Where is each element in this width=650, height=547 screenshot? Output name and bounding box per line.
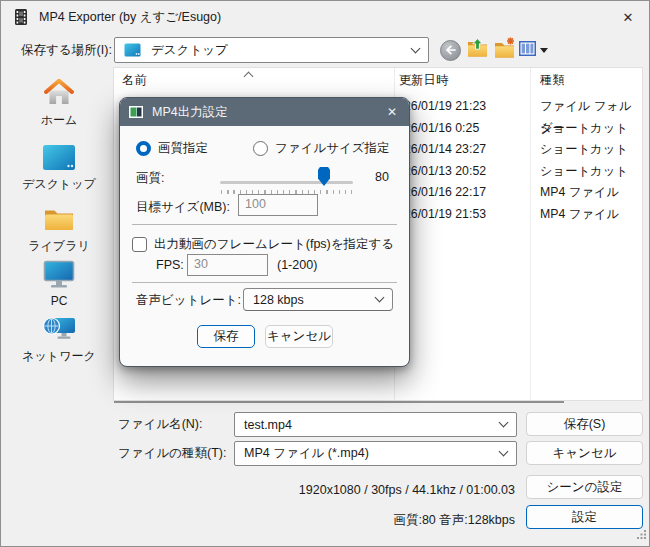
window-titlebar: MP4 Exporter (by えすご/Esugo): [1, 1, 649, 33]
file-type: MP4 ファイル: [540, 182, 619, 204]
audio-bitrate-value: 128 kbps: [253, 293, 304, 307]
mp4-exporter-window: MP4 Exporter (by えすご/Esugo) ✕ 保存する場所(I):…: [0, 0, 650, 547]
sidebar-item-pc[interactable]: PC: [9, 257, 109, 313]
separator: [132, 282, 397, 283]
filename-label: ファイル名(N):: [118, 412, 203, 437]
column-header-name[interactable]: 名前: [122, 68, 147, 92]
sidebar-item-label: ホーム: [41, 112, 78, 129]
library-icon: [43, 201, 75, 233]
back-button[interactable]: [438, 38, 462, 62]
filmstrip-icon: [12, 8, 30, 26]
sort-ascending-icon: [244, 72, 254, 82]
file-type: ショートカット: [540, 118, 628, 140]
quality-value: 80: [375, 170, 389, 184]
file-modified: 26/01/13 20:52: [404, 161, 486, 183]
sidebar-item-desktop[interactable]: デスクトップ: [9, 139, 109, 195]
save-button[interactable]: 保存(S): [526, 412, 643, 436]
view-menu-icon: [519, 41, 536, 60]
pc-icon: [43, 257, 75, 289]
filesize-radio[interactable]: ファイルサイズ指定: [253, 140, 390, 157]
sidebar-item-label: デスクトップ: [22, 176, 96, 193]
audio-bitrate-combobox[interactable]: 128 kbps: [243, 288, 393, 311]
dialog-app-icon: [129, 106, 143, 118]
scene-settings-button[interactable]: シーンの設定: [526, 475, 643, 499]
filetype-value: MP4 ファイル (*.mp4): [244, 445, 369, 462]
save-location-label: 保存する場所(I):: [21, 37, 112, 63]
separator: [132, 224, 397, 225]
target-size-input: 100: [238, 194, 318, 216]
file-modified: 26/01/19 21:53: [404, 204, 486, 226]
sidebar-item-network[interactable]: ネットワーク: [9, 311, 109, 367]
home-icon: [43, 75, 75, 107]
media-info-text: 1920x1080 / 30fps / 44.1khz / 01:00.03: [299, 482, 515, 498]
file-type: ショートカット: [540, 161, 628, 183]
mp4-output-settings-dialog: MP4出力設定 ✕ 画質指定 ファイルサイズ指定 画質: 80 目標サイズ(MB…: [119, 97, 410, 367]
file-type: ショートカット: [540, 139, 628, 161]
up-one-level-icon: [466, 37, 489, 63]
file-modified: 26/01/16 0:25: [404, 118, 479, 140]
audio-bitrate-label: 音声ビットレート:: [136, 292, 241, 309]
file-type: MP4 ファイル: [540, 204, 619, 226]
view-menu-button[interactable]: [517, 38, 549, 62]
checkbox-unchecked-icon: [132, 237, 147, 252]
window-close-button[interactable]: ✕: [607, 1, 649, 33]
dialog-save-button[interactable]: 保存: [197, 325, 255, 348]
splitter-line: [114, 401, 564, 403]
filetype-label: ファイルの種類(T):: [118, 441, 226, 466]
sidebar-item-label: PC: [51, 294, 68, 308]
file-modified: 26/01/14 23:27: [404, 139, 486, 161]
desktop-mini-icon: [124, 43, 141, 57]
dialog-close-button[interactable]: ✕: [375, 98, 409, 126]
chevron-down-icon: [499, 418, 509, 428]
new-folder-button[interactable]: [492, 38, 516, 62]
fps-input: 30: [187, 254, 268, 276]
column-header-modified[interactable]: 更新日時: [399, 68, 448, 92]
chevron-down-icon: [411, 43, 421, 53]
caret-down-icon: [540, 48, 548, 53]
filename-combobox[interactable]: test.mp4: [234, 412, 517, 437]
close-icon: ✕: [387, 105, 397, 119]
sidebar-item-label: ライブラリ: [28, 238, 89, 255]
column-header-type[interactable]: 種類: [540, 68, 565, 92]
chevron-down-icon: [375, 293, 385, 303]
cancel-button[interactable]: キャンセル: [526, 441, 643, 465]
file-modified: 26/01/16 22:17: [404, 182, 486, 204]
dialog-titlebar: MP4出力設定 ✕: [120, 98, 409, 126]
sidebar-item-label: ネットワーク: [22, 348, 95, 365]
save-location-combobox[interactable]: デスクトップ: [114, 37, 429, 63]
network-icon: [42, 311, 76, 343]
fps-range-hint: (1-200): [277, 258, 317, 272]
sidebar-item-library[interactable]: ライブラリ: [9, 201, 109, 257]
quality-slider[interactable]: [220, 181, 353, 184]
radio-unselected-icon: [253, 141, 268, 156]
resize-grip[interactable]: [637, 525, 646, 543]
fps-label: FPS:: [156, 258, 184, 272]
dialog-title: MP4出力設定: [152, 104, 228, 121]
fps-checkbox[interactable]: 出力動画のフレームレート(fps)を指定する: [132, 236, 394, 253]
dialog-cancel-button[interactable]: キャンセル: [265, 325, 333, 348]
filetype-combobox[interactable]: MP4 ファイル (*.mp4): [234, 441, 517, 466]
slider-ticks: [221, 190, 354, 194]
up-one-level-button[interactable]: [465, 38, 489, 62]
settings-button[interactable]: 設定: [526, 505, 643, 529]
encode-info-text: 画質:80 音声:128kbps: [393, 512, 515, 528]
target-size-label: 目標サイズ(MB):: [136, 199, 230, 216]
chevron-down-icon: [499, 447, 509, 457]
radio-selected-icon: [136, 141, 151, 156]
quality-label: 画質:: [136, 170, 164, 187]
window-title: MP4 Exporter (by えすご/Esugo): [39, 9, 221, 26]
file-modified: 26/01/19 21:23: [404, 96, 486, 118]
dialog-body: 画質指定 ファイルサイズ指定 画質: 80 目標サイズ(MB): 100 出力動…: [120, 126, 409, 368]
close-icon: ✕: [623, 10, 634, 25]
back-icon: [440, 40, 461, 61]
sidebar-item-home[interactable]: ホーム: [9, 75, 109, 131]
new-folder-icon: [493, 37, 516, 63]
quality-radio[interactable]: 画質指定: [136, 140, 208, 157]
filename-value: test.mp4: [244, 418, 292, 432]
desktop-icon: [42, 139, 76, 171]
save-location-value: デスクトップ: [151, 42, 228, 59]
